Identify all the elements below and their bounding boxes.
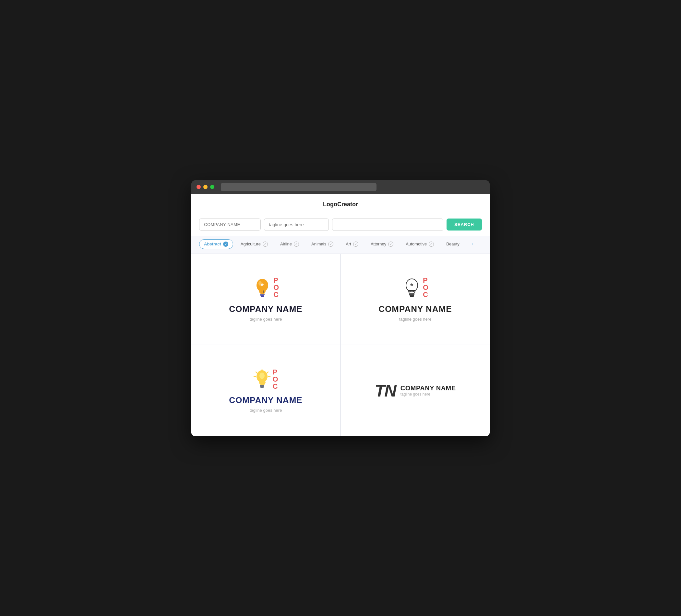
svg-rect-12	[410, 296, 413, 297]
logo-4-tagline: tagline goes here	[401, 392, 456, 396]
check-icon-agriculture: ✓	[263, 241, 268, 247]
category-animals[interactable]: Animals ✓	[306, 239, 338, 249]
browser-titlebar	[191, 180, 490, 194]
search-bar: SEARCH	[191, 213, 490, 236]
logo-card-1-inner: P O C COMPANY NAME tagline goes here	[229, 277, 302, 322]
category-attorney-label: Attorney	[371, 241, 386, 247]
check-icon-abstract: ✓	[223, 241, 228, 247]
check-icon-automotive: ✓	[429, 241, 434, 247]
category-beauty[interactable]: Beauty	[442, 239, 464, 249]
check-icon-airline: ✓	[294, 241, 299, 247]
logo-3-company-name: COMPANY NAME	[229, 395, 302, 405]
category-airline-label: Airline	[280, 241, 292, 247]
category-airline[interactable]: Airline ✓	[275, 239, 304, 249]
poc-o-3: O	[272, 376, 278, 383]
tn-monogram-letters: TN	[375, 382, 396, 399]
company-name-input[interactable]	[199, 219, 261, 231]
logo-card-4-inner: TN COMPANY NAME tagline goes here	[375, 382, 456, 399]
logo-grid: P O C COMPANY NAME tagline goes here	[191, 254, 490, 436]
logo-card-1[interactable]: P O C COMPANY NAME tagline goes here	[191, 254, 340, 344]
svg-rect-22	[260, 387, 263, 388]
check-icon-animals: ✓	[328, 241, 333, 247]
tagline-input[interactable]	[264, 219, 329, 231]
category-attorney[interactable]: Attorney ✓	[366, 239, 398, 249]
poc-p-1: P	[273, 277, 279, 284]
poc-o-1: O	[273, 284, 279, 291]
close-button-icon[interactable]	[197, 185, 201, 189]
logo-1-poc-letters: P O C	[273, 277, 279, 298]
check-icon-attorney: ✓	[388, 241, 393, 247]
poc-o-2: O	[423, 284, 428, 291]
logo-card-2-inner: P O C COMPANY NAME tagline goes here	[378, 277, 452, 322]
outline-bulb-icon	[402, 277, 422, 300]
svg-point-14	[259, 373, 264, 379]
logo-card-3-inner: P O C COMPANY NAME tagline goes here	[229, 369, 302, 413]
svg-rect-5	[261, 296, 264, 297]
svg-rect-20	[260, 385, 264, 386]
address-bar[interactable]	[221, 183, 377, 191]
category-automotive-label: Automotive	[406, 241, 427, 247]
logo-1-company-name: COMPANY NAME	[229, 304, 302, 314]
extra-search-input[interactable]	[332, 219, 443, 231]
logo-4-company-name: COMPANY NAME	[401, 385, 456, 392]
category-agriculture[interactable]: Agriculture ✓	[236, 239, 273, 249]
check-icon-art: ✓	[353, 241, 358, 247]
logo-2-icon-area: P O C	[402, 277, 428, 300]
minimize-button-icon[interactable]	[203, 185, 207, 189]
logo-2-company-name: COMPANY NAME	[378, 304, 452, 314]
categories-next-button[interactable]: →	[467, 240, 475, 247]
svg-line-16	[256, 372, 257, 373]
app-header: LogoCreator	[191, 194, 490, 213]
svg-point-1	[258, 281, 262, 286]
logo-card-3[interactable]: P O C COMPANY NAME tagline goes here	[191, 345, 340, 436]
logo-2-tagline: tagline goes here	[399, 317, 432, 322]
logo-card-2[interactable]: P O C COMPANY NAME tagline goes here	[341, 254, 490, 344]
category-abstract-label: Abstract	[204, 241, 221, 247]
tn-logo: TN COMPANY NAME tagline goes here	[375, 382, 456, 399]
logo-2-poc-letters: P O C	[423, 277, 428, 298]
category-abstract[interactable]: Abstract ✓	[199, 239, 233, 249]
colored-bulb-icon	[253, 277, 272, 300]
poc-c-1: C	[273, 291, 279, 298]
category-automotive[interactable]: Automotive ✓	[401, 239, 439, 249]
browser-window: LogoCreator SEARCH Abstract ✓ Agricultur…	[191, 180, 490, 436]
svg-rect-4	[260, 295, 264, 296]
category-agriculture-label: Agriculture	[241, 241, 261, 247]
poc-p-3: P	[272, 369, 278, 376]
logo-3-icon-area: P O C	[253, 369, 278, 391]
logo-3-tagline: tagline goes here	[250, 408, 282, 413]
tn-text-block: COMPANY NAME tagline goes here	[401, 385, 456, 396]
search-button[interactable]: SEARCH	[447, 219, 482, 231]
yellow-bulb-icon	[253, 369, 271, 391]
category-bar: Abstract ✓ Agriculture ✓ Airline ✓ Anima…	[191, 236, 490, 254]
logo-1-tagline: tagline goes here	[250, 317, 282, 322]
svg-line-17	[267, 372, 268, 373]
app-container: LogoCreator SEARCH Abstract ✓ Agricultur…	[191, 194, 490, 436]
poc-c-2: C	[423, 291, 428, 298]
maximize-button-icon[interactable]	[210, 185, 215, 189]
poc-c-3: C	[272, 383, 278, 390]
logo-3-poc-letters: P O C	[272, 369, 278, 390]
category-animals-label: Animals	[311, 241, 326, 247]
poc-p-2: P	[423, 277, 428, 284]
category-beauty-label: Beauty	[446, 241, 459, 247]
category-art-label: Art	[346, 241, 351, 247]
category-art[interactable]: Art ✓	[341, 239, 363, 249]
svg-marker-9	[410, 283, 413, 286]
logo-1-icon-area: P O C	[253, 277, 279, 300]
svg-rect-3	[260, 294, 264, 295]
app-title: LogoCreator	[323, 201, 358, 207]
svg-rect-21	[260, 386, 264, 387]
logo-card-4[interactable]: TN COMPANY NAME tagline goes here	[341, 345, 490, 436]
